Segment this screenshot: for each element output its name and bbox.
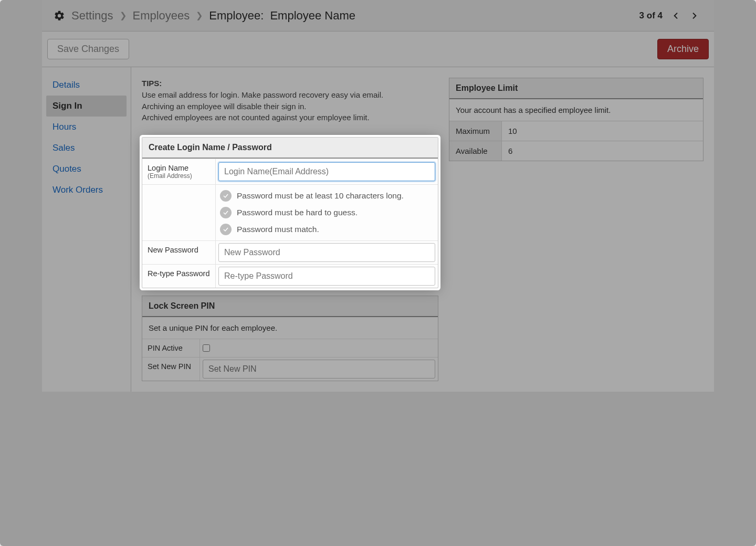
pin-panel-title: Lock Screen PIN (142, 296, 438, 317)
retype-password-label: Re-type Password (142, 265, 216, 288)
tab-sign-in[interactable]: Sign In (46, 96, 127, 117)
tips-line: Archiving an employee will disable their… (142, 101, 438, 112)
pin-active-label: PIN Active (142, 339, 200, 357)
login-name-label: Login Name (Email Address) (142, 159, 216, 184)
pin-panel: Lock Screen PIN Set a unique PIN for eac… (142, 296, 438, 381)
set-pin-input[interactable] (203, 360, 435, 379)
record-pager: 3 of 4 (639, 6, 702, 25)
record-count: 3 of 4 (639, 10, 663, 21)
chevron-right-icon: ❯ (120, 10, 127, 20)
chevron-right-icon: ❯ (196, 10, 203, 20)
limit-max-value: 10 (502, 121, 703, 141)
save-button[interactable]: Save Changes (47, 39, 129, 59)
breadcrumb-current: Employee: Employee Name (209, 9, 355, 23)
tab-sales[interactable]: Sales (46, 138, 127, 159)
limit-avail-label: Available (449, 141, 502, 161)
login-name-input[interactable] (218, 162, 435, 181)
tips-line: Archived employees are not counted again… (142, 112, 438, 123)
check-circle-icon (220, 190, 232, 202)
new-password-label: New Password (142, 241, 216, 264)
breadcrumb: Settings ❯ Employees ❯ Employee: Employe… (54, 9, 355, 23)
login-panel-title: Create Login Name / Password (142, 138, 438, 159)
breadcrumb-current-label: Employee: (209, 9, 264, 22)
set-pin-label: Set New PIN (142, 358, 200, 381)
password-rule: Password must be at least 10 characters … (220, 190, 404, 202)
tab-quotes[interactable]: Quotes (46, 159, 127, 180)
employee-limit-title: Employee Limit (449, 78, 703, 99)
breadcrumb-employees[interactable]: Employees (133, 9, 190, 23)
chevron-left-icon (672, 9, 680, 22)
content-area: Details Sign In Hours Sales Quotes Work … (42, 67, 714, 392)
tips-block: TIPS: Use email address for login. Make … (142, 78, 438, 123)
breadcrumb-settings[interactable]: Settings (71, 9, 113, 23)
check-circle-icon (220, 207, 232, 218)
pin-active-checkbox[interactable] (203, 344, 210, 352)
employee-limit-panel: Employee Limit Your account has a specif… (449, 78, 704, 161)
new-password-input[interactable] (218, 243, 435, 262)
tab-details[interactable]: Details (46, 75, 127, 96)
tab-work-orders[interactable]: Work Orders (46, 180, 127, 201)
next-record-button[interactable] (686, 6, 702, 25)
password-rule: Password must be hard to guess. (220, 207, 358, 218)
chevron-right-icon (690, 9, 698, 22)
tab-hours[interactable]: Hours (46, 117, 127, 138)
sidebar: Details Sign In Hours Sales Quotes Work … (42, 67, 131, 392)
topbar: Settings ❯ Employees ❯ Employee: Employe… (42, 0, 714, 32)
password-rules: Password must be at least 10 characters … (216, 185, 438, 240)
check-circle-icon (220, 224, 232, 235)
gear-icon (54, 10, 65, 22)
tips-heading: TIPS: (142, 78, 438, 89)
password-rule: Password must match. (220, 224, 319, 235)
login-panel: Create Login Name / Password Login Name … (142, 137, 438, 288)
prev-record-button[interactable] (668, 6, 685, 25)
retype-password-input[interactable] (218, 267, 435, 286)
tips-line: Use email address for login. Make passwo… (142, 89, 438, 101)
breadcrumb-current-value: Employee Name (270, 9, 355, 22)
employee-limit-note: Your account has a specified employee li… (449, 99, 703, 121)
password-rules-spacer (142, 185, 216, 240)
archive-button[interactable]: Archive (657, 39, 709, 59)
action-bar: Save Changes Archive (42, 32, 714, 67)
limit-avail-value: 6 (502, 141, 703, 161)
main-panel: TIPS: Use email address for login. Make … (131, 67, 714, 392)
pin-panel-note: Set a unique PIN for each employee. (142, 317, 438, 339)
limit-max-label: Maximum (449, 121, 502, 141)
